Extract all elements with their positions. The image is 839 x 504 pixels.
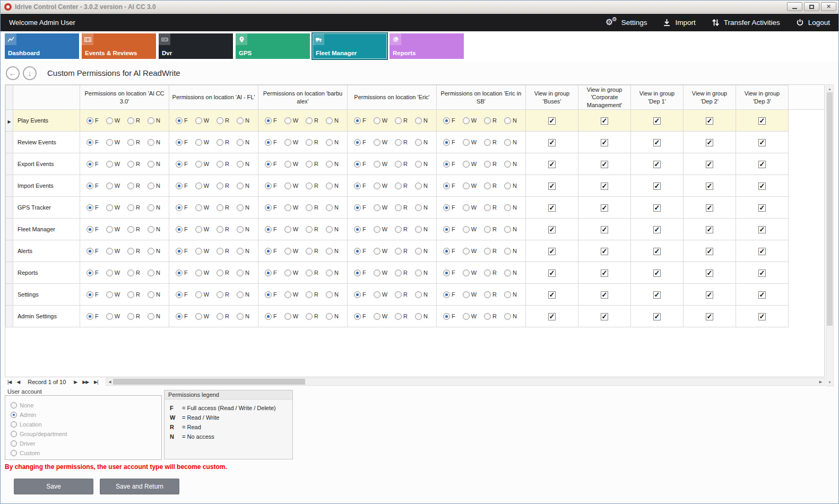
- scroll-left-icon[interactable]: ◀: [106, 380, 113, 384]
- tab-dashboard[interactable]: Dashboard: [5, 33, 79, 59]
- permission-radio-n[interactable]: N: [148, 313, 160, 320]
- permission-radio-r[interactable]: R: [217, 291, 229, 298]
- permission-radio-w[interactable]: W: [195, 313, 209, 320]
- permission-radio-w[interactable]: W: [374, 204, 387, 211]
- permission-radio-w[interactable]: W: [195, 117, 209, 124]
- permission-radio-r[interactable]: R: [484, 139, 497, 146]
- view-checkbox[interactable]: ✓: [601, 204, 608, 212]
- permission-radio-w[interactable]: W: [463, 248, 477, 255]
- permission-radio-w[interactable]: W: [374, 248, 387, 255]
- permission-radio-f[interactable]: F: [176, 161, 188, 168]
- permission-radio-r[interactable]: R: [395, 117, 408, 124]
- permission-radio-f[interactable]: F: [87, 117, 99, 124]
- permission-radio-w[interactable]: W: [374, 139, 387, 146]
- view-checkbox[interactable]: ✓: [706, 248, 713, 255]
- permission-radio-n[interactable]: N: [237, 248, 249, 255]
- permission-radio-f[interactable]: F: [443, 313, 455, 320]
- permission-radio-f[interactable]: F: [176, 183, 188, 189]
- permission-radio-r[interactable]: R: [395, 183, 408, 189]
- view-checkbox[interactable]: ✓: [653, 248, 661, 255]
- view-checkbox[interactable]: ✓: [706, 313, 713, 320]
- last-record-button[interactable]: ▶|: [91, 379, 100, 385]
- permission-radio-r[interactable]: R: [127, 313, 140, 320]
- logout-button[interactable]: Logout: [796, 19, 830, 27]
- permission-radio-f[interactable]: F: [87, 139, 99, 146]
- scroll-down-icon[interactable]: ▼: [826, 378, 833, 386]
- permission-radio-n[interactable]: N: [415, 226, 428, 233]
- first-record-button[interactable]: |◀: [5, 379, 14, 385]
- permission-radio-r[interactable]: R: [306, 161, 318, 168]
- permission-radio-f[interactable]: F: [354, 117, 366, 124]
- view-checkbox[interactable]: ✓: [601, 313, 608, 320]
- permission-radio-f[interactable]: F: [265, 139, 277, 146]
- permission-radio-r[interactable]: R: [306, 117, 318, 124]
- permission-radio-n[interactable]: N: [326, 183, 339, 189]
- permission-radio-f[interactable]: F: [265, 313, 277, 320]
- permission-radio-r[interactable]: R: [127, 226, 140, 233]
- import-button[interactable]: Import: [663, 19, 695, 27]
- permission-radio-r[interactable]: R: [217, 204, 229, 211]
- permission-radio-w[interactable]: W: [195, 270, 209, 276]
- permission-radio-n[interactable]: N: [148, 139, 160, 146]
- permission-radio-n[interactable]: N: [504, 117, 517, 124]
- tab-dvr[interactable]: Dvr: [159, 33, 233, 59]
- permission-radio-n[interactable]: N: [415, 117, 428, 124]
- view-checkbox[interactable]: ✓: [758, 117, 766, 125]
- view-checkbox[interactable]: ✓: [653, 226, 661, 233]
- view-checkbox[interactable]: ✓: [548, 291, 556, 299]
- permission-radio-r[interactable]: R: [484, 248, 497, 255]
- permission-radio-n[interactable]: N: [148, 226, 160, 233]
- permission-radio-r[interactable]: R: [127, 183, 140, 189]
- permission-radio-r[interactable]: R: [484, 204, 497, 211]
- view-checkbox[interactable]: ✓: [653, 270, 661, 277]
- permission-radio-w[interactable]: W: [106, 204, 120, 211]
- view-checkbox[interactable]: ✓: [548, 226, 556, 233]
- permission-radio-n[interactable]: N: [148, 248, 160, 255]
- view-checkbox[interactable]: ✓: [653, 139, 661, 146]
- permission-radio-f[interactable]: F: [87, 226, 99, 233]
- permission-radio-r[interactable]: R: [217, 183, 229, 189]
- permission-radio-f[interactable]: F: [443, 183, 455, 189]
- view-checkbox[interactable]: ✓: [706, 291, 713, 299]
- permission-radio-n[interactable]: N: [237, 291, 249, 298]
- view-checkbox[interactable]: ✓: [548, 204, 556, 212]
- tab-gps[interactable]: GPS: [236, 33, 310, 59]
- permission-radio-f[interactable]: F: [87, 161, 99, 168]
- permission-radio-n[interactable]: N: [237, 226, 249, 233]
- permission-radio-f[interactable]: F: [443, 226, 455, 233]
- permission-radio-w[interactable]: W: [195, 161, 209, 168]
- permission-radio-f[interactable]: F: [265, 117, 277, 124]
- permission-radio-n[interactable]: N: [148, 117, 160, 124]
- permission-radio-f[interactable]: F: [87, 270, 99, 276]
- permission-radio-w[interactable]: W: [374, 270, 387, 276]
- view-checkbox[interactable]: ✓: [758, 313, 766, 320]
- permission-radio-f[interactable]: F: [354, 161, 366, 168]
- prev-record-button[interactable]: ◀: [14, 379, 22, 385]
- view-checkbox[interactable]: ✓: [548, 248, 556, 255]
- permission-radio-r[interactable]: R: [395, 248, 408, 255]
- permission-radio-n[interactable]: N: [504, 248, 517, 255]
- permission-radio-r[interactable]: R: [127, 270, 140, 276]
- next-record-button[interactable]: ▶: [71, 379, 80, 385]
- permission-radio-n[interactable]: N: [415, 291, 428, 298]
- permission-radio-w[interactable]: W: [195, 291, 209, 298]
- down-button[interactable]: ↓: [23, 66, 37, 80]
- tab-reports[interactable]: Reports: [390, 33, 464, 59]
- permission-radio-r[interactable]: R: [484, 183, 497, 189]
- permission-radio-f[interactable]: F: [265, 291, 277, 298]
- permission-radio-n[interactable]: N: [237, 204, 249, 211]
- view-checkbox[interactable]: ✓: [601, 183, 608, 190]
- view-checkbox[interactable]: ✓: [758, 183, 766, 190]
- permission-radio-w[interactable]: W: [284, 183, 298, 189]
- view-checkbox[interactable]: ✓: [706, 204, 713, 212]
- permission-radio-n[interactable]: N: [504, 313, 517, 320]
- permission-radio-r[interactable]: R: [306, 313, 318, 320]
- permission-radio-f[interactable]: F: [354, 183, 366, 189]
- permission-radio-w[interactable]: W: [106, 117, 120, 124]
- permission-radio-w[interactable]: W: [284, 313, 298, 320]
- permission-radio-w[interactable]: W: [106, 270, 120, 276]
- permission-radio-r[interactable]: R: [127, 117, 140, 124]
- permission-radio-n[interactable]: N: [415, 161, 428, 168]
- view-checkbox[interactable]: ✓: [653, 183, 661, 190]
- permission-radio-n[interactable]: N: [326, 291, 339, 298]
